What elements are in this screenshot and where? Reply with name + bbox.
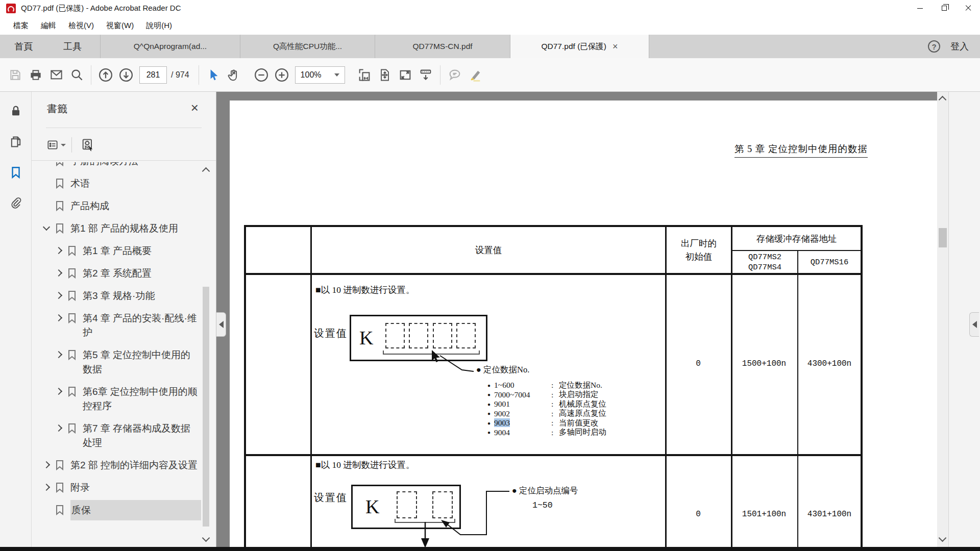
document-scrollbar-thumb[interactable] xyxy=(939,228,947,247)
list-item: ●1~600:定位数据No. xyxy=(487,381,606,390)
bookmark-icon xyxy=(67,268,77,279)
comment-button[interactable] xyxy=(445,65,465,85)
fit-page-icon xyxy=(378,68,392,82)
zoom-level-dropdown[interactable]: 100% xyxy=(295,66,345,84)
bookmark-item[interactable]: 术语 xyxy=(32,177,201,191)
help-icon[interactable]: ? xyxy=(928,40,940,53)
bookmark-options-button[interactable] xyxy=(45,136,66,154)
menu-edit[interactable]: 編輯 xyxy=(35,18,62,34)
bookmark-item[interactable]: 第5 章 定位控制中使用的数据 xyxy=(32,348,201,377)
scroll-down-icon[interactable] xyxy=(939,534,947,542)
panel-close-icon[interactable]: × xyxy=(191,101,199,114)
menu-view[interactable]: 檢視(V) xyxy=(62,18,100,34)
bookmark-item[interactable]: 第1 部 产品的规格及使用 xyxy=(32,221,201,236)
row2-range: 1~50 xyxy=(532,500,553,510)
row2-heading: ■以 10 进制数进行设置。 xyxy=(315,459,414,471)
doc-tab-1[interactable]: Q^QnAprogram(ad... xyxy=(100,35,240,58)
close-icon xyxy=(965,5,971,11)
tab-tools[interactable]: 工具 xyxy=(52,35,93,58)
minimize-button[interactable] xyxy=(908,0,932,16)
highlight-button[interactable] xyxy=(465,65,485,85)
title-bar: QD77.pdf (已保護) - Adobe Acrobat Reader DC xyxy=(0,0,980,16)
restore-button[interactable] xyxy=(932,0,956,16)
bookmarks-rail-button[interactable] xyxy=(7,163,25,182)
hand-icon xyxy=(227,68,240,82)
tab-home[interactable]: 首頁 xyxy=(3,35,44,58)
page-thumbnails-rail-button[interactable] xyxy=(7,133,25,151)
doc-tab-active[interactable]: QD77.pdf (已保護) × xyxy=(510,35,649,58)
security-rail-button[interactable] xyxy=(7,102,25,120)
bookmark-item[interactable]: 第7 章 存储器构成及数据处理 xyxy=(32,421,201,450)
panel-scrollbar[interactable] xyxy=(201,163,211,547)
chevron-down-icon xyxy=(334,73,339,77)
close-button[interactable] xyxy=(956,0,980,16)
bookmark-item[interactable]: 第6章 定位控制中使用的顺控程序 xyxy=(32,385,201,413)
menu-file[interactable]: 檔案 xyxy=(7,18,35,34)
hide-toolbar-button[interactable] xyxy=(415,65,436,85)
collapse-left-pane-handle[interactable] xyxy=(216,312,226,337)
scrolling-mode-button[interactable] xyxy=(354,65,375,85)
bookmark-icon xyxy=(55,201,64,211)
bookmark-icon xyxy=(55,223,64,234)
fullscreen-button[interactable] xyxy=(395,65,415,85)
goto-bookmark-button[interactable] xyxy=(77,136,99,154)
bookmark-item-selected[interactable]: 质保 xyxy=(32,503,201,517)
page-down-icon xyxy=(118,67,134,83)
bookmark-item[interactable]: 第4 章 产品的安装·配线·维护 xyxy=(32,311,201,340)
chevron-down-icon[interactable] xyxy=(43,223,50,231)
doc-tab-2[interactable]: Q高性能CPU功能... xyxy=(240,35,375,58)
chevron-right-icon[interactable] xyxy=(55,269,62,277)
fit-page-button[interactable] xyxy=(375,65,395,85)
chevron-right-icon[interactable] xyxy=(55,351,62,358)
hand-tool-button[interactable] xyxy=(224,65,244,85)
save-button[interactable] xyxy=(5,65,26,85)
chevron-right-icon[interactable] xyxy=(43,461,50,468)
menu-help[interactable]: 說明(H) xyxy=(140,18,178,34)
bookmarks-panel: 書籤 × 手册的阅读方法 术语 xyxy=(32,92,216,547)
next-page-button[interactable] xyxy=(116,65,136,85)
chevron-right-icon[interactable] xyxy=(55,247,62,254)
print-button[interactable] xyxy=(26,65,46,85)
acrobat-app-icon xyxy=(6,4,16,13)
chevron-right-icon[interactable] xyxy=(55,314,62,321)
page-up-icon xyxy=(98,67,113,83)
doc-tab-3[interactable]: QD77MS-CN.pdf xyxy=(375,35,510,58)
zoom-in-button[interactable] xyxy=(272,65,292,85)
open-right-pane-handle[interactable] xyxy=(969,312,979,337)
select-tool-button[interactable] xyxy=(203,65,224,85)
list-item: ●9001:机械原点复位 xyxy=(487,399,606,409)
email-icon xyxy=(50,68,63,82)
chevron-right-icon[interactable] xyxy=(55,388,62,395)
bookmark-item[interactable]: 第1 章 产品概要 xyxy=(32,244,201,258)
text-selection: 9003 xyxy=(494,418,510,427)
scroll-up-icon[interactable] xyxy=(202,167,210,176)
arrow-left-icon xyxy=(972,321,977,328)
bookmarks-panel-title: 書籤 xyxy=(47,102,67,116)
page-number-input[interactable]: 281 xyxy=(139,66,167,84)
document-scrollbar[interactable] xyxy=(937,92,948,547)
row2-set-value-label: 设置值 xyxy=(314,491,348,505)
bookmark-blue-icon xyxy=(9,166,22,179)
bookmark-item[interactable]: 第3 章 规格·功能 xyxy=(32,289,201,303)
email-button[interactable] xyxy=(46,65,66,85)
chevron-right-icon[interactable] xyxy=(55,292,62,299)
previous-page-button[interactable] xyxy=(95,65,116,85)
bookmark-item[interactable]: 手册的阅读方法 xyxy=(32,162,201,168)
hide-toolbar-icon xyxy=(419,68,433,82)
bookmark-icon xyxy=(55,505,64,515)
scroll-down-icon[interactable] xyxy=(202,534,210,542)
menu-window[interactable]: 視窗(W) xyxy=(100,18,140,34)
tab-close-icon[interactable]: × xyxy=(612,42,618,51)
chevron-right-icon[interactable] xyxy=(43,484,50,491)
sign-in-button[interactable]: 登入 xyxy=(950,40,969,53)
bookmark-item[interactable]: 第2 部 控制的详细内容及设置 xyxy=(32,458,201,472)
bookmark-item[interactable]: 附录 xyxy=(32,481,201,495)
attachments-rail-button[interactable] xyxy=(7,194,25,212)
chevron-right-icon[interactable] xyxy=(55,424,62,432)
zoom-out-button[interactable] xyxy=(251,65,272,85)
scroll-up-icon[interactable] xyxy=(939,96,947,104)
panel-scrollbar-thumb[interactable] xyxy=(203,287,209,527)
bookmark-item[interactable]: 第2 章 系统配置 xyxy=(32,266,201,281)
search-button[interactable] xyxy=(66,65,87,85)
bookmark-item[interactable]: 产品构成 xyxy=(32,199,201,213)
